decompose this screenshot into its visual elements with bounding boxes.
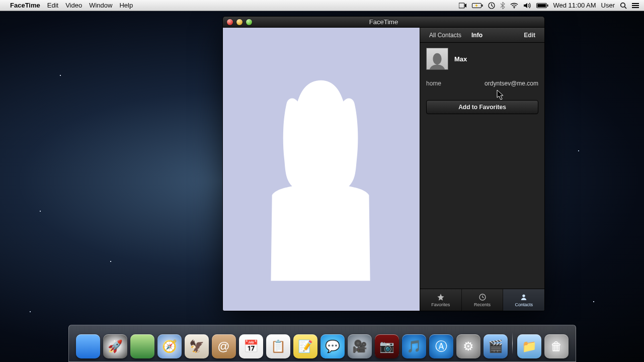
wifi-icon[interactable] — [510, 3, 518, 9]
tab-all-contacts[interactable]: All Contacts — [424, 29, 466, 42]
dock-preferences[interactable]: ⚙ — [456, 334, 480, 358]
avatar-silhouette-icon — [428, 50, 447, 69]
svg-rect-11 — [632, 7, 639, 8]
bluetooth-icon[interactable] — [500, 2, 505, 9]
menu-edit[interactable]: Edit — [47, 2, 58, 9]
contact-name: Max — [454, 55, 467, 63]
bottom-tab-label: Favorites — [431, 302, 450, 307]
contact-email-row[interactable]: home ordyntsev@me.com — [420, 77, 544, 92]
svg-point-8 — [621, 3, 625, 7]
svg-rect-6 — [547, 5, 548, 7]
notification-center-icon[interactable] — [632, 3, 639, 9]
bottom-tab-label: Recents — [474, 302, 491, 307]
timemachine-icon[interactable] — [488, 2, 495, 9]
dock-notes[interactable]: 📝 — [293, 334, 317, 358]
menu-help[interactable]: Help — [119, 2, 133, 9]
app-menu[interactable]: FaceTime — [10, 2, 40, 9]
bottom-tab-recents[interactable]: Recents — [462, 289, 504, 311]
add-to-favorites-button[interactable]: Add to Favorites — [426, 100, 538, 114]
svg-rect-2 — [481, 5, 482, 7]
dock-facetime[interactable]: 🎥 — [348, 334, 372, 358]
dock-downloads[interactable]: 📁 — [517, 334, 541, 358]
bottom-tab-contacts[interactable]: Contacts — [503, 289, 544, 311]
dock-trash[interactable]: 🗑 — [544, 334, 569, 358]
svg-rect-0 — [459, 3, 464, 8]
avatar — [426, 48, 448, 70]
silhouette-icon — [237, 39, 405, 300]
svg-point-13 — [523, 294, 525, 297]
person-icon — [520, 293, 528, 301]
battery-icon[interactable] — [536, 3, 548, 9]
dock-calendar[interactable]: 📅 — [239, 334, 263, 358]
dock-finder[interactable] — [76, 334, 100, 358]
dock: 🚀🧭🦅@📅📋📝💬🎥📷🎵Ⓐ⚙🎬📁🗑 — [0, 325, 644, 362]
svg-rect-9 — [632, 3, 639, 4]
dock-messages[interactable]: 💬 — [320, 334, 345, 358]
svg-point-4 — [513, 7, 514, 8]
email-value: ordyntsev@me.com — [485, 80, 538, 87]
screen-record-icon[interactable] — [459, 3, 467, 9]
bottom-tab-favorites[interactable]: Favorites — [420, 289, 462, 311]
dock-mail[interactable]: 🦅 — [185, 334, 209, 358]
menubar: FaceTime Edit Video Window Help Wed 11:0… — [0, 0, 644, 11]
edit-button[interactable]: Edit — [519, 29, 540, 42]
clock-icon — [478, 293, 487, 301]
dock-separator — [512, 332, 513, 354]
dock-itunes[interactable]: 🎵 — [402, 334, 426, 358]
dock-appstore[interactable]: Ⓐ — [429, 334, 453, 358]
svg-rect-10 — [632, 5, 639, 6]
facetime-window: FaceTime All Contacts Info Edit Max home… — [222, 16, 545, 311]
menu-window[interactable]: Window — [89, 2, 112, 9]
dock-mission-ctrl[interactable] — [130, 334, 154, 358]
email-label: home — [426, 80, 441, 87]
spotlight-icon[interactable] — [620, 2, 627, 9]
tab-info[interactable]: Info — [466, 29, 488, 42]
volume-icon[interactable] — [523, 3, 531, 9]
dock-safari[interactable]: 🧭 — [157, 334, 182, 358]
battery-warning-icon[interactable] — [472, 3, 483, 9]
dock-launchpad[interactable]: 🚀 — [103, 334, 127, 358]
window-title: FaceTime — [223, 18, 544, 26]
contact-panel: All Contacts Info Edit Max home ordyntse… — [420, 28, 544, 311]
video-preview — [223, 28, 420, 311]
titlebar[interactable]: FaceTime — [223, 17, 544, 28]
dock-contacts[interactable]: @ — [212, 334, 236, 358]
dock-photobooth[interactable]: 📷 — [375, 334, 399, 358]
menu-video[interactable]: Video — [65, 2, 82, 9]
dock-reminders[interactable]: 📋 — [266, 334, 290, 358]
clock[interactable]: Wed 11:00 AM — [553, 2, 596, 9]
star-icon — [437, 293, 445, 301]
svg-rect-7 — [537, 4, 546, 7]
user-menu[interactable]: User — [601, 2, 615, 9]
bottom-tab-label: Contacts — [515, 302, 533, 307]
dock-screenflow[interactable]: 🎬 — [484, 334, 508, 358]
